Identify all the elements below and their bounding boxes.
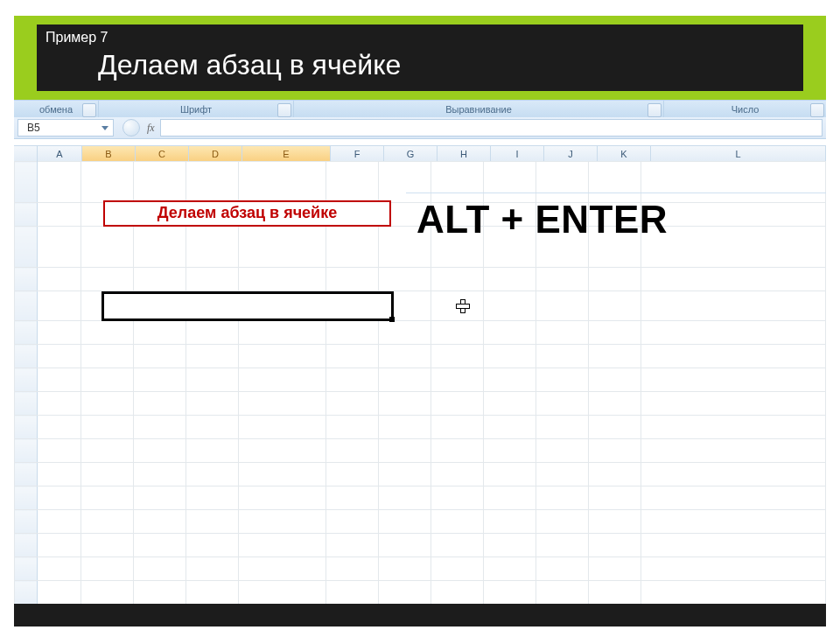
col-header-L[interactable]: L [651,146,826,162]
ribbon-group-clipboard: обмена [14,101,99,118]
row-header[interactable] [15,463,38,486]
col-header-C[interactable]: C [136,146,189,162]
row-header[interactable] [15,291,38,321]
row-header[interactable] [15,345,38,368]
slide-footer-strip [14,604,826,626]
slide-banner-inner: Пример 7 Делаем абзац в ячейке [37,24,803,91]
ribbon-group-number: Число [664,101,826,118]
formula-input[interactable] [160,119,822,136]
row-header[interactable] [15,227,38,268]
row-header[interactable] [15,162,38,203]
fx-button[interactable]: fx [147,122,155,135]
formula-bar-row: B5 fx [14,117,826,139]
row-header[interactable] [15,557,38,581]
slide-title: Делаем абзац в ячейке [37,46,803,81]
row-header[interactable] [15,581,38,605]
dialog-launcher-icon[interactable] [648,103,662,117]
undo-circle-icon[interactable] [122,119,140,136]
row-header[interactable] [15,510,38,534]
row-header[interactable] [15,439,38,463]
active-cell-selection[interactable] [102,291,394,321]
col-header-J[interactable]: J [544,146,598,162]
name-box-value: B5 [27,122,40,134]
dialog-launcher-icon[interactable] [82,103,96,117]
row-header[interactable] [15,203,38,227]
slide-banner: Пример 7 Делаем абзац в ячейке [14,16,826,100]
row-header[interactable] [15,392,38,416]
formula-bar-buttons: fx [114,117,160,138]
col-header-H[interactable]: H [438,146,491,162]
grid-line-accent [406,192,826,193]
row-header[interactable] [15,486,38,510]
col-header-A[interactable]: A [38,146,82,162]
excel-plus-cursor-icon [456,299,470,313]
merged-cell-title[interactable]: Делаем абзац в ячейке [103,200,391,227]
dialog-launcher-icon[interactable] [277,103,291,117]
ribbon-group-label: Шрифт [180,104,212,115]
col-header-F[interactable]: F [331,146,384,162]
row-header[interactable] [15,416,38,439]
ribbon-group-strip: обмена Шрифт Выравнивание Число [14,100,826,119]
select-all-corner[interactable] [14,146,38,162]
ribbon-group-alignment: Выравнивание [294,101,664,118]
col-header-K[interactable]: K [598,146,651,162]
col-header-G[interactable]: G [384,146,438,162]
ribbon-group-label: Выравнивание [445,104,512,115]
chevron-down-icon[interactable] [99,122,111,134]
fill-handle-icon[interactable] [389,317,395,322]
spreadsheet-grid[interactable]: Делаем абзац в ячейке ALT + ENTER [14,161,826,604]
name-box[interactable]: B5 [18,119,114,136]
row-header[interactable] [15,321,38,345]
example-number: Пример 7 [37,24,803,46]
row-header[interactable] [15,368,38,392]
column-header-row: A B C D E F G H I J K L [14,145,826,163]
ribbon-group-label: обмена [39,104,73,115]
col-header-D[interactable]: D [189,146,242,162]
col-header-I[interactable]: I [491,146,544,162]
row-header[interactable] [15,534,38,557]
ribbon-group-font: Шрифт [99,101,294,118]
col-header-B[interactable]: B [82,146,136,162]
col-header-E[interactable]: E [242,146,331,162]
ribbon-group-label: Число [732,104,760,115]
keyboard-hint-text: ALT + ENTER [416,198,826,242]
dialog-launcher-icon[interactable] [810,103,824,117]
row-header[interactable] [15,268,38,291]
